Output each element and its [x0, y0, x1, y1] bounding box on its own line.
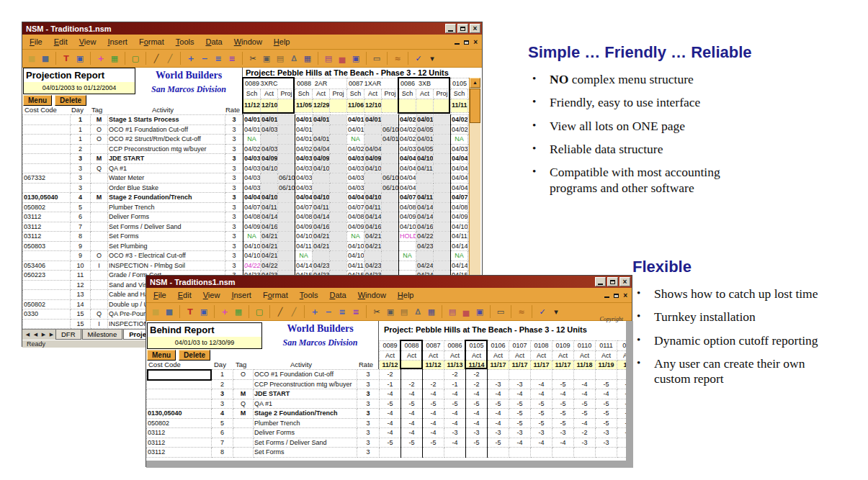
- value-cell[interactable]: -3: [596, 428, 617, 438]
- close-button[interactable]: ×: [623, 291, 627, 299]
- tag-cell[interactable]: [91, 299, 108, 309]
- value-cell[interactable]: -4: [531, 389, 552, 399]
- activity-cell[interactable]: Water Meter: [108, 173, 225, 184]
- activity-cell[interactable]: Order Blue Stake: [108, 183, 225, 193]
- day-cell[interactable]: 1: [71, 135, 91, 145]
- sheet-tab-dfr[interactable]: DFR: [55, 330, 81, 340]
- menu-item-format[interactable]: Format: [133, 36, 170, 47]
- value-cell[interactable]: -3: [509, 428, 531, 438]
- value-cell[interactable]: [278, 154, 295, 164]
- value-cell[interactable]: -4: [574, 389, 596, 399]
- value-cell[interactable]: [330, 135, 347, 145]
- value-cell[interactable]: 04/01: [347, 115, 364, 125]
- value-cell[interactable]: 04/03: [295, 183, 313, 193]
- cost-code-cell[interactable]: 050802: [23, 202, 71, 212]
- value-cell[interactable]: 04/16: [261, 222, 278, 232]
- scroll-up-icon[interactable]: ▲: [470, 78, 480, 88]
- rate-cell[interactable]: 3: [225, 124, 243, 135]
- value-cell[interactable]: -4: [380, 428, 401, 438]
- cost-code-cell[interactable]: 050802: [23, 299, 71, 309]
- value-cell[interactable]: 04/09: [364, 154, 382, 164]
- value-cell[interactable]: NA: [243, 135, 261, 145]
- value-cell[interactable]: 04/16: [416, 222, 434, 232]
- menu-item-window[interactable]: Window: [228, 36, 268, 47]
- paste-icon[interactable]: ▤: [274, 53, 287, 64]
- lot-header[interactable]: 0109: [552, 341, 574, 351]
- value-cell[interactable]: [364, 183, 382, 193]
- value-cell[interactable]: 04/02: [347, 144, 364, 154]
- rate-cell[interactable]: 3: [225, 202, 243, 212]
- lot-header[interactable]: 0108: [531, 341, 552, 351]
- title-bar[interactable]: NSM - Traditions1.nsm ×: [146, 276, 632, 288]
- title-format-icon[interactable]: T: [184, 306, 197, 317]
- restore-button[interactable]: [457, 24, 468, 33]
- tag-cell[interactable]: O: [233, 370, 254, 380]
- menu-item-help[interactable]: Help: [268, 36, 296, 47]
- value-cell[interactable]: -5: [552, 418, 574, 428]
- value-cell[interactable]: 04/04: [399, 163, 416, 173]
- cost-code-cell[interactable]: 067332: [23, 173, 71, 184]
- value-cell[interactable]: -5: [596, 409, 617, 419]
- value-cell[interactable]: [330, 212, 347, 222]
- value-cell[interactable]: [434, 212, 451, 222]
- row-lines-icon[interactable]: ≡: [336, 306, 349, 317]
- paste-icon[interactable]: ▤: [398, 306, 411, 317]
- rate-cell[interactable]: 3: [225, 241, 243, 251]
- day-cell[interactable]: 3: [71, 183, 91, 193]
- cost-code-cell[interactable]: 03112: [23, 222, 71, 232]
- value-cell[interactable]: [596, 448, 617, 458]
- value-cell[interactable]: -4: [466, 418, 488, 428]
- value-cell[interactable]: 04/10: [243, 251, 261, 261]
- activity-cell[interactable]: CCP Preconstruction mtg w/buyer: [254, 379, 357, 389]
- value-cell[interactable]: -2: [466, 379, 488, 389]
- restore-button[interactable]: [464, 37, 469, 46]
- list-format-icon[interactable]: ≡: [349, 306, 362, 317]
- value-cell[interactable]: 04/03: [261, 124, 278, 135]
- value-cell[interactable]: [382, 115, 399, 125]
- value-cell[interactable]: 04/03: [243, 173, 261, 184]
- value-cell[interactable]: [574, 370, 596, 380]
- value-cell[interactable]: [509, 370, 531, 380]
- lot-header[interactable]: 0086: [444, 341, 466, 351]
- menu-item-window[interactable]: Window: [352, 289, 392, 301]
- cost-code-cell[interactable]: [147, 379, 212, 389]
- activity-cell[interactable]: Set Forms / Deliver Sand: [108, 222, 225, 232]
- activity-cell[interactable]: Set Forms: [108, 232, 225, 242]
- value-cell[interactable]: -4: [401, 428, 423, 438]
- value-cell[interactable]: -3: [531, 428, 552, 438]
- tag-cell[interactable]: [91, 144, 108, 154]
- value-cell[interactable]: 04/01: [243, 115, 261, 125]
- lot-header[interactable]: 0105: [466, 341, 488, 351]
- chart-bars-icon[interactable]: ▅: [460, 306, 473, 317]
- value-cell[interactable]: 04/01: [416, 115, 434, 125]
- value-cell[interactable]: -4: [423, 409, 444, 419]
- minimize-button[interactable]: [604, 291, 609, 299]
- value-cell[interactable]: -2: [423, 379, 444, 389]
- value-cell[interactable]: 04/02: [243, 144, 261, 154]
- sheet-copy-icon[interactable]: ▣: [473, 306, 486, 317]
- value-cell[interactable]: [531, 448, 552, 458]
- value-cell[interactable]: [382, 163, 399, 173]
- value-cell[interactable]: [488, 370, 509, 380]
- tag-cell[interactable]: [91, 232, 108, 242]
- menu-item-data[interactable]: Data: [200, 36, 228, 47]
- value-cell[interactable]: 04/09: [295, 222, 313, 232]
- value-cell[interactable]: 04/04: [364, 144, 382, 154]
- lot-header[interactable]: 00871XAR: [347, 78, 399, 89]
- value-cell[interactable]: -4: [401, 418, 423, 428]
- value-cell[interactable]: -4: [444, 438, 466, 448]
- value-cell[interactable]: -4: [401, 389, 423, 399]
- value-cell[interactable]: 04/11: [295, 241, 313, 251]
- value-cell[interactable]: -4: [401, 409, 423, 419]
- value-cell[interactable]: 04/22: [261, 261, 278, 271]
- activity-cell[interactable]: JDE START: [254, 389, 357, 399]
- value-cell[interactable]: 04/09: [451, 212, 468, 222]
- value-cell[interactable]: [617, 370, 627, 380]
- activity-cell[interactable]: OCO #1 Foundation Cut-off: [108, 124, 225, 135]
- value-cell[interactable]: 04/14: [451, 241, 468, 251]
- day-cell[interactable]: 8: [71, 232, 91, 242]
- activity-cell[interactable]: JDE START: [108, 154, 225, 164]
- day-cell[interactable]: 1: [71, 124, 91, 135]
- value-cell[interactable]: -4: [423, 418, 444, 428]
- day-cell[interactable]: 11: [71, 271, 91, 281]
